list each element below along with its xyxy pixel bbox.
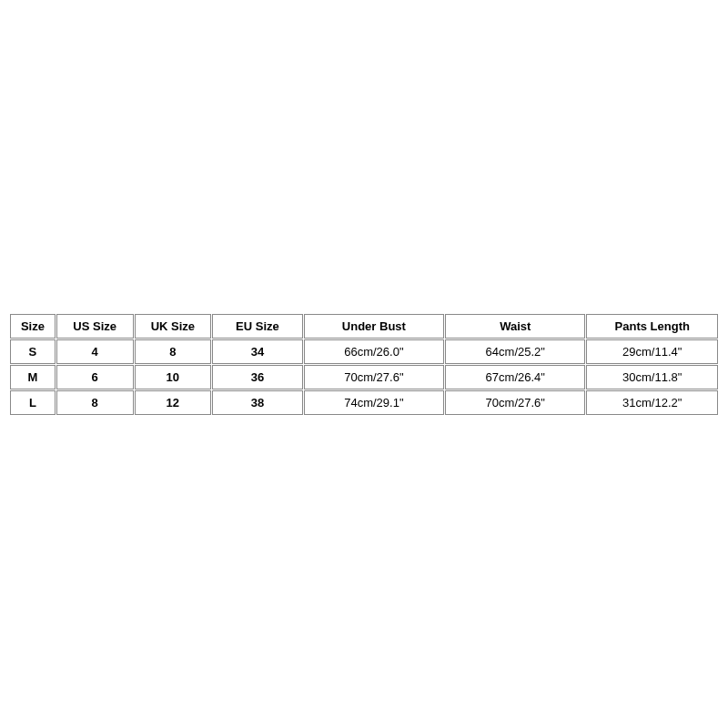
cell-eu: 38 xyxy=(212,390,303,415)
cell-uk: 12 xyxy=(135,390,212,415)
header-pants-length: Pants Length xyxy=(586,314,718,339)
header-waist: Waist xyxy=(445,314,585,339)
cell-us: 4 xyxy=(56,339,134,364)
cell-us: 6 xyxy=(56,365,134,389)
cell-pants: 30cm/11.8" xyxy=(586,365,718,389)
header-eu-size: EU Size xyxy=(212,314,303,339)
cell-us: 8 xyxy=(56,390,134,415)
header-size: Size xyxy=(10,314,56,339)
cell-size: M xyxy=(10,365,56,389)
header-under-bust: Under Bust xyxy=(304,314,444,339)
cell-size: L xyxy=(10,390,56,415)
cell-uk: 10 xyxy=(135,365,212,389)
cell-underbust: 74cm/29.1" xyxy=(304,390,444,415)
size-chart-table: Size US Size UK Size EU Size Under Bust … xyxy=(9,313,719,416)
cell-uk: 8 xyxy=(135,339,212,364)
cell-pants: 29cm/11.4" xyxy=(586,339,718,364)
cell-underbust: 66cm/26.0" xyxy=(304,339,444,364)
table-row: S 4 8 34 66cm/26.0" 64cm/25.2" 29cm/11.4… xyxy=(10,339,718,364)
cell-eu: 36 xyxy=(212,365,303,389)
cell-waist: 64cm/25.2" xyxy=(445,339,585,364)
table-header-row: Size US Size UK Size EU Size Under Bust … xyxy=(10,314,718,339)
cell-eu: 34 xyxy=(212,339,303,364)
table-row: M 6 10 36 70cm/27.6" 67cm/26.4" 30cm/11.… xyxy=(10,365,718,389)
table-row: L 8 12 38 74cm/29.1" 70cm/27.6" 31cm/12.… xyxy=(10,390,718,415)
cell-size: S xyxy=(10,339,56,364)
cell-pants: 31cm/12.2" xyxy=(586,390,718,415)
header-us-size: US Size xyxy=(56,314,134,339)
cell-underbust: 70cm/27.6" xyxy=(304,365,444,389)
header-uk-size: UK Size xyxy=(135,314,212,339)
cell-waist: 70cm/27.6" xyxy=(445,390,585,415)
size-table: Size US Size UK Size EU Size Under Bust … xyxy=(9,313,719,416)
cell-waist: 67cm/26.4" xyxy=(445,365,585,389)
